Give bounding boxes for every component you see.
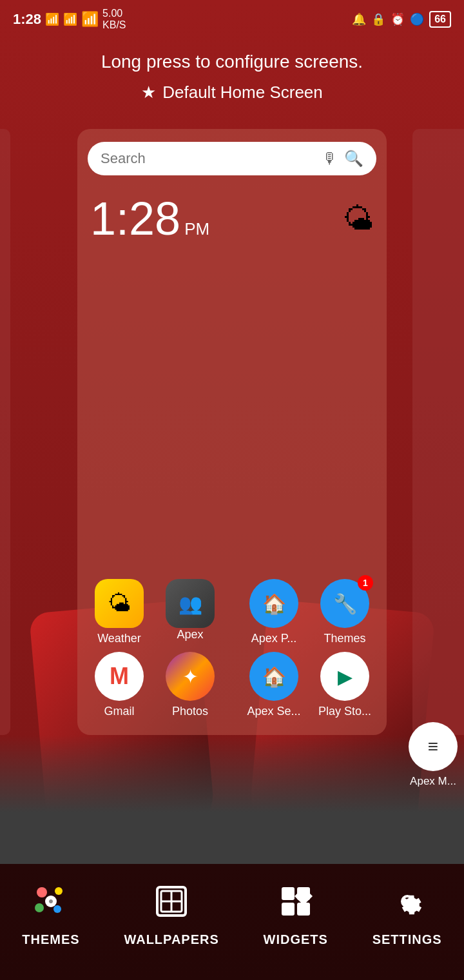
apex-m-label: Apex M... [410,775,456,788]
svg-text:●: ● [48,896,53,906]
mic-icon[interactable]: 🎙 [322,150,338,168]
vibrate-icon: 🔔 [352,12,366,26]
app-item-apex-se[interactable]: 🏠 Apex Se... [245,652,303,718]
status-right: 🔔 🔒 ⏰ 🔵 66 [352,11,451,28]
themes-app-label: Themes [316,632,374,645]
app-grid: 🌤 Weather 👥 Apex 🏠 Apex P... [77,569,387,735]
clock-time-value: 1:28 [90,192,180,245]
app-item-apex-p[interactable]: 🏠 Apex P... [245,579,303,645]
widgets-nav-label: WIDGETS [264,932,328,947]
themes-app-icon[interactable]: 🔧 1 [320,579,369,628]
nav-item-settings[interactable]: SETTINGS [372,885,442,947]
apex-app-label: Apex [161,628,219,642]
signal2-icon: 📶 [63,12,77,26]
apex-p-app-label: Apex P... [245,632,303,645]
status-bar: 1:28 📶 📶 📶 5.00KB/S 🔔 🔒 ⏰ 🔵 66 [0,0,464,39]
weather-app-label: Weather [90,632,148,645]
svg-rect-11 [282,887,295,900]
apex-se-app-icon[interactable]: 🏠 [249,652,298,701]
nav-item-themes[interactable]: ● THEMES [22,885,79,947]
top-message-area: Long press to configure screens. ★ Defau… [0,52,464,103]
status-time: 1:28 [13,11,41,28]
default-home-text: Default Home Screen [162,83,323,103]
app-item-gmail[interactable]: M Gmail [90,652,148,718]
gmail-app-label: Gmail [90,705,148,718]
default-home-label: ★ Default Home Screen [141,83,323,103]
playstore-app-label: Play Sto... [316,705,374,718]
apex-app-icon[interactable]: 👥 [166,579,215,628]
nav-item-widgets[interactable]: WIDGETS [264,885,328,947]
themes-nav-icon[interactable]: ● [34,885,68,926]
app-item-apex[interactable]: 👥 Apex [161,579,219,645]
playstore-app-icon[interactable]: ▶ [320,652,369,701]
search-input[interactable] [101,150,316,167]
app-item-photos[interactable]: ✦ Photos [161,652,219,718]
search-bar[interactable]: 🎙 🔍 [88,142,376,175]
app-row-2: M Gmail ✦ Photos 🏠 Apex Se... [90,652,374,718]
clock-area: 1:28 PM 🌤 [77,186,387,251]
gmail-app-icon[interactable]: M [95,652,144,701]
pants-area [0,735,464,864]
configure-text: Long press to configure screens. [0,52,464,72]
widgets-nav-icon[interactable] [279,885,313,926]
settings-nav-label: SETTINGS [372,932,442,947]
weather-app-icon[interactable]: 🌤 [95,579,144,628]
side-apex-m-item[interactable]: ≡ Apex M... [409,722,458,788]
status-left: 1:28 📶 📶 📶 5.00KB/S [13,8,126,31]
bluetooth-icon: 🔵 [410,12,424,26]
home-card: 🎙 🔍 1:28 PM 🌤 🌤 Weather 👥 Ap [77,129,387,735]
side-card-left [0,129,10,735]
signal-icon: 📶 [45,12,59,26]
app-item-playstore[interactable]: ▶ Play Sto... [316,652,374,718]
apex-m-icon[interactable]: ≡ [409,722,458,771]
photos-app-label: Photos [161,705,219,718]
nav-item-wallpapers[interactable]: WALLPAPERS [124,885,218,947]
wifi-icon: 📶 [81,11,99,28]
themes-nav-label: THEMES [22,932,79,947]
app-item-weather[interactable]: 🌤 Weather [90,579,148,645]
network-speed: 5.00KB/S [102,8,126,31]
app-row-1: 🌤 Weather 👥 Apex 🏠 Apex P... [90,579,374,645]
apex-p-app-icon[interactable]: 🏠 [249,579,298,628]
apex-se-app-label: Apex Se... [245,705,303,718]
svg-point-3 [53,905,61,913]
battery-level: 66 [429,11,451,28]
side-card-right [412,129,464,735]
svg-point-1 [55,887,63,895]
weather-icon: 🌤 [343,201,374,237]
clock-ampm: PM [184,219,209,239]
wallpapers-nav-label: WALLPAPERS [124,932,218,947]
clock-display: 1:28 PM [90,192,209,245]
wallpapers-nav-icon[interactable] [155,885,188,926]
alarm-icon: ⏰ [391,12,405,26]
svg-point-2 [35,903,44,912]
photos-app-icon[interactable]: ✦ [166,652,215,701]
svg-point-0 [37,887,47,897]
lock-icon: 🔒 [371,12,385,26]
bottom-nav: ● THEMES WALLPAPERS [0,864,464,980]
star-icon: ★ [141,83,156,103]
themes-badge: 1 [358,575,373,591]
settings-nav-icon[interactable] [391,885,424,926]
app-item-themes[interactable]: 🔧 1 Themes [316,579,374,645]
svg-rect-13 [282,903,295,916]
search-icon[interactable]: 🔍 [344,150,363,168]
